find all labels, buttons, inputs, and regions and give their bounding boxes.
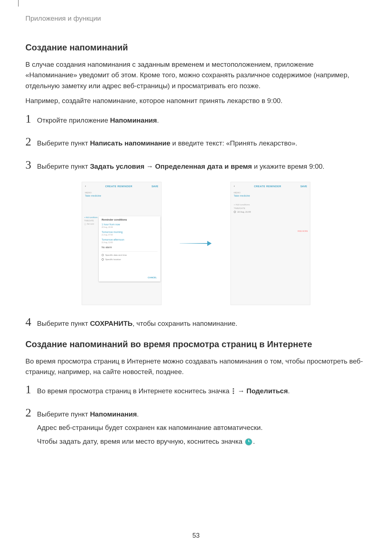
arrow-text: →: [236, 387, 246, 395]
add-conditions: + Add conditions: [84, 216, 98, 218]
section2-step-2-text: Выберите пункт Напоминания. Адрес веб-ст…: [37, 407, 367, 447]
text: .: [157, 116, 159, 124]
text: Выберите пункт: [37, 139, 90, 147]
step-4: 4 Выберите пункт СОХРАНИТЬ, чтобы сохран…: [25, 316, 367, 329]
hide-more-tag: HIDE MORE: [298, 230, 308, 232]
timedate-label: TIME/DATE: [84, 219, 98, 222]
save-button[interactable]: SAVE: [300, 185, 307, 188]
back-icon[interactable]: ‹: [234, 184, 235, 188]
popup-option[interactable]: 1 hour from now: [102, 223, 158, 226]
popup-specific-date[interactable]: Specific date and time: [102, 254, 158, 256]
section2-paragraph: Во время просмотра страниц в Интернете м…: [25, 356, 367, 377]
screen-title: CREATE REMINDER: [105, 185, 132, 188]
text: Во время просмотра страниц в Интернете к…: [37, 387, 231, 395]
timedate-label: TIME/DATE: [231, 207, 310, 209]
intro-paragraph-1: В случае создания напоминания с заданным…: [25, 59, 367, 91]
clock-icon: [234, 211, 236, 213]
section2-step-2: 2 Выберите пункт Напоминания. Адрес веб-…: [25, 407, 367, 447]
step-number: 2: [25, 407, 37, 418]
step-number: 1: [25, 383, 37, 395]
bold-set-conditions: Задать условия: [90, 163, 144, 170]
page-container: Приложения и функции Создание напоминани…: [0, 0, 392, 447]
breadcrumb: Приложения и функции: [25, 15, 367, 22]
step-3: 3 Выберите пункт Задать условия → Опреде…: [25, 159, 367, 172]
bold-write-reminder: Написать напоминание: [90, 139, 170, 147]
step-sub-paragraph: Адрес веб-страницы будет сохранен как на…: [37, 422, 367, 433]
step-4-text: Выберите пункт СОХРАНИТЬ, чтобы сохранит…: [37, 316, 367, 329]
text: , чтобы сохранить напоминание.: [132, 320, 237, 327]
memo-text[interactable]: Take medicine: [231, 194, 310, 200]
page-top-marker: [18, 0, 19, 7]
page-number: 53: [0, 532, 392, 539]
section2-step-1: 1 Во время просмотра страниц в Интернете…: [25, 383, 367, 396]
more-options-icon[interactable]: [233, 388, 234, 395]
step-number: 1: [25, 113, 37, 124]
popup-option-no-alarm[interactable]: No alarm: [102, 246, 158, 249]
text: Выберите пункт: [37, 320, 90, 327]
step-2: 2 Выберите пункт Написать напоминание и …: [25, 136, 367, 148]
text: Выберите пункт: [37, 410, 90, 418]
section-heading-internet-reminders: Создание напоминаний во время просмотра …: [25, 339, 367, 349]
bold-reminders: Напоминания: [110, 116, 157, 124]
bold-specific-date-time: Определенная дата и время: [155, 163, 252, 170]
bold-share: Поделиться: [246, 387, 288, 395]
intro-paragraph-2: Например, создайте напоминание, которое …: [25, 95, 367, 106]
phone-screenshot-left: ‹ CREATE REMINDER SAVE MEMO Take medicin…: [82, 182, 162, 305]
screen-title: CREATE REMINDER: [254, 185, 281, 188]
step-2-text: Выберите пункт Написать напоминание и вв…: [37, 136, 367, 148]
conditions-popup: Reminder conditions 1 hour from now 20 A…: [99, 216, 160, 282]
step-number: 4: [25, 316, 37, 328]
text: .: [253, 438, 255, 445]
memo-text[interactable]: Take medicine: [82, 194, 161, 200]
text: .: [288, 387, 290, 395]
text: и введите текст: «Принять лекарство».: [170, 139, 297, 147]
section-heading-create-reminders: Создание напоминаний: [25, 42, 367, 53]
popup-option[interactable]: Tomorrow morning: [102, 231, 158, 233]
set-cond-row: ◯ Set cond: [84, 223, 98, 225]
popup-cancel-button[interactable]: CANCEL: [148, 276, 157, 279]
text: .: [137, 410, 139, 418]
add-conditions[interactable]: + Add conditions: [231, 204, 310, 206]
step-number: 3: [25, 159, 37, 171]
step-number: 2: [25, 136, 37, 147]
step-1-text: Откройте приложение Напоминания.: [37, 113, 367, 126]
date-time-row[interactable]: 22 Aug, 21:00: [231, 211, 310, 213]
text: и укажите время 9:00.: [252, 163, 324, 170]
section2-step-1-text: Во время просмотра страниц в Интернете к…: [37, 383, 367, 396]
phone-screenshot-right: ‹ CREATE REMINDER SAVE MEMO Take medicin…: [230, 182, 310, 305]
step-3-text: Выберите пункт Задать условия → Определе…: [37, 159, 367, 172]
popup-option-sub: 21 Aug, 12:00: [102, 241, 158, 243]
step-1: 1 Откройте приложение Напоминания.: [25, 113, 367, 126]
save-button[interactable]: SAVE: [151, 185, 158, 188]
flow-arrow-icon: [180, 241, 212, 246]
step-sub-paragraph: Чтобы задать дату, время или место вручн…: [37, 436, 367, 447]
bold-save: СОХРАНИТЬ: [90, 320, 132, 327]
arrow-text: →: [144, 163, 155, 170]
clock-icon: [102, 254, 104, 256]
location-pin-icon: [101, 258, 104, 261]
text: Откройте приложение: [37, 116, 110, 124]
screenshot-figure: ‹ CREATE REMINDER SAVE MEMO Take medicin…: [25, 182, 367, 305]
reminder-clock-icon[interactable]: [245, 438, 252, 446]
popup-option[interactable]: Tomorrow afternoon: [102, 238, 158, 241]
text: Выберите пункт: [37, 163, 90, 170]
popup-option-sub: 20 Aug, 20:44: [102, 226, 158, 228]
text: Чтобы задать дату, время или место вручн…: [37, 438, 244, 445]
back-icon[interactable]: ‹: [85, 184, 86, 188]
popup-title: Reminder conditions: [102, 218, 158, 221]
popup-specific-location[interactable]: Specific location: [102, 258, 158, 260]
popup-option-sub: 21 Aug, 07:00: [102, 234, 158, 236]
side-column: + Add conditions TIME/DATE ◯ Set cond: [84, 216, 98, 226]
bold-reminders: Напоминания: [90, 410, 137, 418]
